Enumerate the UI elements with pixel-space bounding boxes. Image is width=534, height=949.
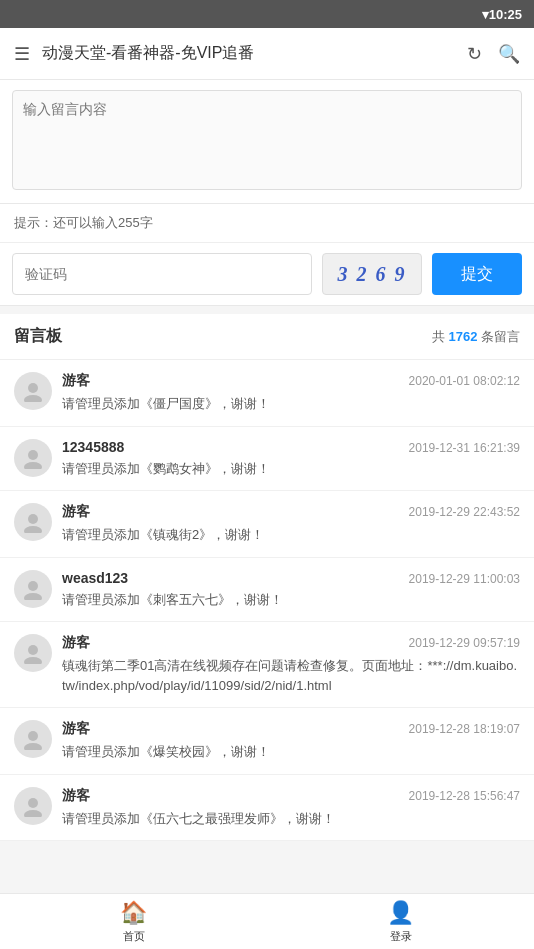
login-label: 登录 <box>390 929 412 944</box>
svg-point-1 <box>24 395 42 402</box>
message-time: 2019-12-31 16:21:39 <box>409 441 520 455</box>
message-username: 游客 <box>62 720 90 738</box>
message-meta: 12345888 2019-12-31 16:21:39 <box>62 439 520 455</box>
svg-point-9 <box>24 657 42 664</box>
header-actions: ↻ 🔍 <box>467 43 520 65</box>
board-header: 留言板 共 1762 条留言 <box>0 314 534 360</box>
avatar <box>14 570 52 608</box>
message-item: 游客 2019-12-29 09:57:19 镇魂街第二季01高清在线视频存在问… <box>0 622 534 708</box>
submit-button[interactable]: 提交 <box>432 253 522 295</box>
message-meta: 游客 2019-12-28 15:56:47 <box>62 787 520 805</box>
header: ☰ 动漫天堂-看番神器-免VIP追番 ↻ 🔍 <box>0 28 534 80</box>
svg-point-2 <box>28 450 38 460</box>
nav-item-home[interactable]: 🏠 首页 <box>0 894 267 949</box>
message-content: weasd123 2019-12-29 11:00:03 请管理员添加《刺客五六… <box>62 570 520 610</box>
login-icon: 👤 <box>387 900 414 926</box>
message-text: 请管理员添加《刺客五六七》，谢谢！ <box>62 590 520 610</box>
message-meta: 游客 2019-12-29 22:43:52 <box>62 503 520 521</box>
message-meta: weasd123 2019-12-29 11:00:03 <box>62 570 520 586</box>
message-item: 游客 2019-12-29 22:43:52 请管理员添加《镇魂街2》，谢谢！ <box>0 491 534 558</box>
message-username: 游客 <box>62 503 90 521</box>
avatar <box>14 439 52 477</box>
message-username: weasd123 <box>62 570 128 586</box>
messages-list: 游客 2020-01-01 08:02:12 请管理员添加《僵尸国度》，谢谢！ … <box>0 360 534 841</box>
avatar <box>14 720 52 758</box>
message-content: 游客 2019-12-28 15:56:47 请管理员添加《伍六七之最强理发师》… <box>62 787 520 829</box>
message-text: 请管理员添加《镇魂街2》，谢谢！ <box>62 525 520 545</box>
message-item: weasd123 2019-12-29 11:00:03 请管理员添加《刺客五六… <box>0 558 534 623</box>
message-time: 2019-12-28 15:56:47 <box>409 789 520 803</box>
message-item: 游客 2019-12-28 15:56:47 请管理员添加《伍六七之最强理发师》… <box>0 775 534 842</box>
board-title: 留言板 <box>14 326 62 347</box>
svg-point-8 <box>28 645 38 655</box>
nav-item-login[interactable]: 👤 登录 <box>267 894 534 949</box>
message-time: 2020-01-01 08:02:12 <box>409 374 520 388</box>
search-icon[interactable]: 🔍 <box>498 43 520 65</box>
message-username: 游客 <box>62 634 90 652</box>
svg-point-3 <box>24 462 42 469</box>
avatar <box>14 372 52 410</box>
message-text: 请管理员添加《僵尸国度》，谢谢！ <box>62 394 520 414</box>
captcha-row: 3 2 6 9 提交 <box>0 243 534 306</box>
message-meta: 游客 2019-12-28 18:19:07 <box>62 720 520 738</box>
refresh-icon[interactable]: ↻ <box>467 43 482 65</box>
message-username: 游客 <box>62 787 90 805</box>
message-text: 请管理员添加《伍六七之最强理发师》，谢谢！ <box>62 809 520 829</box>
wifi-icon: ▾ <box>482 7 489 22</box>
message-time: 2019-12-29 22:43:52 <box>409 505 520 519</box>
message-time: 2019-12-28 18:19:07 <box>409 722 520 736</box>
message-text: 请管理员添加《爆笑校园》，谢谢！ <box>62 742 520 762</box>
captcha-image[interactable]: 3 2 6 9 <box>322 253 422 295</box>
svg-point-11 <box>24 743 42 750</box>
message-item: 游客 2020-01-01 08:02:12 请管理员添加《僵尸国度》，谢谢！ <box>0 360 534 427</box>
app-title: 动漫天堂-看番神器-免VIP追番 <box>42 43 467 64</box>
hint-row: 提示：还可以输入255字 <box>0 204 534 243</box>
svg-point-12 <box>28 798 38 808</box>
message-text: 请管理员添加《鹦鹉女神》，谢谢！ <box>62 459 520 479</box>
message-username: 游客 <box>62 372 90 390</box>
avatar <box>14 503 52 541</box>
svg-point-13 <box>24 810 42 817</box>
bottom-nav: 🏠 首页 👤 登录 <box>0 893 534 949</box>
svg-point-7 <box>24 593 42 600</box>
message-item: 12345888 2019-12-31 16:21:39 请管理员添加《鹦鹉女神… <box>0 427 534 492</box>
status-time: 10:25 <box>489 7 522 22</box>
hint-text: 提示：还可以输入255字 <box>14 215 153 230</box>
message-content: 游客 2019-12-29 09:57:19 镇魂街第二季01高清在线视频存在问… <box>62 634 520 695</box>
svg-point-6 <box>28 581 38 591</box>
message-time: 2019-12-29 09:57:19 <box>409 636 520 650</box>
message-username: 12345888 <box>62 439 124 455</box>
message-content: 游客 2019-12-29 22:43:52 请管理员添加《镇魂街2》，谢谢！ <box>62 503 520 545</box>
message-content: 游客 2019-12-28 18:19:07 请管理员添加《爆笑校园》，谢谢！ <box>62 720 520 762</box>
svg-point-5 <box>24 526 42 533</box>
message-text: 镇魂街第二季01高清在线视频存在问题请检查修复。页面地址：***://dm.ku… <box>62 656 520 695</box>
message-time: 2019-12-29 11:00:03 <box>409 572 520 586</box>
message-content: 12345888 2019-12-31 16:21:39 请管理员添加《鹦鹉女神… <box>62 439 520 479</box>
svg-point-4 <box>28 514 38 524</box>
message-content: 游客 2020-01-01 08:02:12 请管理员添加《僵尸国度》，谢谢！ <box>62 372 520 414</box>
message-item: 游客 2019-12-28 18:19:07 请管理员添加《爆笑校园》，谢谢！ <box>0 708 534 775</box>
board-count: 共 1762 条留言 <box>432 328 520 346</box>
avatar <box>14 634 52 672</box>
comment-input-section <box>0 80 534 204</box>
menu-icon[interactable]: ☰ <box>14 43 30 65</box>
message-meta: 游客 2020-01-01 08:02:12 <box>62 372 520 390</box>
avatar <box>14 787 52 825</box>
message-meta: 游客 2019-12-29 09:57:19 <box>62 634 520 652</box>
status-bar: ▾ 10:25 <box>0 0 534 28</box>
captcha-input[interactable] <box>12 253 312 295</box>
home-icon: 🏠 <box>120 900 147 926</box>
home-label: 首页 <box>123 929 145 944</box>
svg-point-10 <box>28 731 38 741</box>
comment-textarea[interactable] <box>12 90 522 190</box>
svg-point-0 <box>28 383 38 393</box>
